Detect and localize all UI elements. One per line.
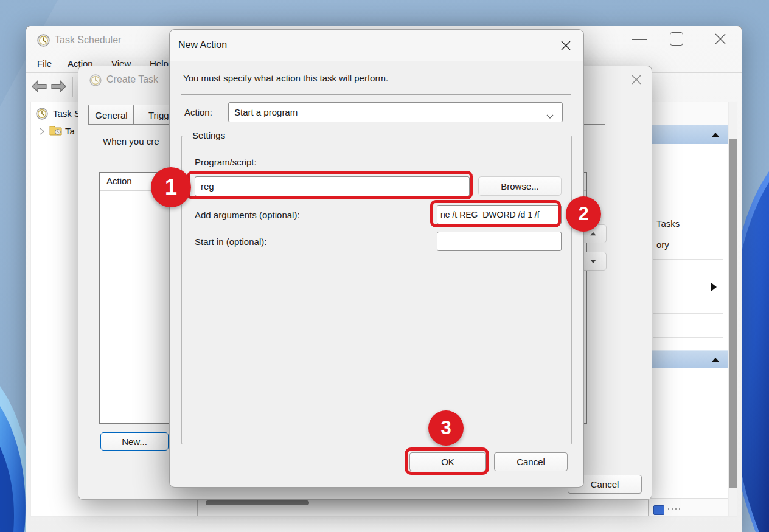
actions-item-history[interactable]: ory [656, 240, 669, 250]
action-select[interactable]: Start a program [228, 102, 563, 122]
new-action-title: New Action [178, 40, 227, 50]
tree-item-label: Ta [65, 126, 75, 136]
help-icon[interactable] [653, 505, 664, 515]
actions-panel-header[interactable] [649, 125, 728, 145]
tab-general[interactable]: General [88, 105, 134, 125]
back-button[interactable] [31, 80, 47, 95]
desktop: Task Scheduler File Action View Help [0, 0, 769, 532]
new-action-button[interactable]: New... [100, 432, 169, 451]
forward-button[interactable] [50, 80, 67, 95]
submenu-arrow-icon[interactable] [711, 283, 717, 291]
highlight-rect-program-script [187, 171, 473, 199]
close-icon[interactable] [629, 72, 644, 89]
chevron-down-icon [546, 111, 554, 121]
cancel-button-label: Cancel [591, 479, 619, 489]
settings-group-label: Settings [189, 130, 228, 140]
folder-clock-icon [49, 125, 62, 138]
collapse-caret-icon[interactable] [712, 133, 719, 137]
step-1-number: 1 [165, 174, 177, 200]
create-task-title: Create Task [106, 74, 158, 85]
step-1-badge: 1 [151, 167, 191, 207]
help-item-dots [668, 508, 680, 510]
actions-panel-header-2[interactable] [649, 350, 728, 369]
new-action-message: You must specify what action this task w… [183, 73, 388, 83]
actions-separator [653, 313, 723, 314]
start-in-label: Start in (optional): [195, 237, 266, 247]
new-action-dialog: New Action You must specify what action … [169, 29, 584, 488]
toolbar-separator [72, 77, 73, 97]
step-3-badge: 3 [428, 410, 464, 446]
new-action-titlebar: New Action [170, 30, 583, 61]
close-button[interactable] [712, 31, 728, 49]
add-arguments-label: Add arguments (optional): [195, 210, 300, 220]
step-3-number: 3 [440, 417, 451, 439]
maximize-button[interactable] [670, 32, 683, 46]
actions-panel: Tasks ory [648, 102, 728, 516]
task-scheduler-app-icon [37, 34, 50, 49]
actions-panel-list-2 [649, 368, 728, 499]
highlight-rect-arguments [430, 200, 561, 227]
main-window-title: Task Scheduler [55, 35, 121, 46]
vertical-scrollbar[interactable] [729, 102, 737, 516]
browse-button-label: Browse... [501, 181, 539, 192]
caret-down-icon [590, 260, 596, 263]
actions-list-header-label: Action [106, 176, 132, 186]
vertical-scrollbar-thumb[interactable] [729, 139, 737, 488]
actions-separator [653, 337, 723, 338]
highlight-rect-ok [405, 447, 489, 475]
clock-icon [89, 74, 102, 89]
actions-separator [653, 259, 723, 260]
expander-chevron-icon[interactable] [40, 126, 44, 137]
step-2-number: 2 [578, 203, 588, 225]
close-icon[interactable] [559, 39, 572, 55]
tree-item-label: Task S [53, 108, 80, 119]
collapse-caret-icon[interactable] [712, 358, 719, 362]
actions-item-tasks[interactable]: Tasks [656, 218, 680, 229]
cancel-button-label: Cancel [517, 457, 545, 467]
dialog-separator [181, 94, 571, 95]
caret-up-icon [590, 232, 596, 236]
new-action-cancel-button[interactable]: Cancel [494, 452, 568, 471]
browse-button[interactable]: Browse... [478, 176, 562, 196]
action-label: Action: [184, 107, 212, 117]
horizontal-scrollbar-thumb[interactable] [206, 500, 309, 505]
program-script-label: Program/script: [195, 157, 257, 167]
new-button-label: New... [122, 437, 147, 447]
action-select-value: Start a program [234, 107, 298, 117]
step-2-badge: 2 [566, 196, 601, 232]
start-in-input[interactable] [437, 232, 562, 251]
minimize-button[interactable] [632, 39, 647, 40]
actions-panel-list: Tasks ory [649, 144, 728, 354]
menu-file[interactable]: File [37, 58, 52, 69]
tab-general-label: General [95, 110, 127, 120]
clock-icon [36, 108, 48, 122]
create-task-intro: When you cre [103, 136, 159, 147]
